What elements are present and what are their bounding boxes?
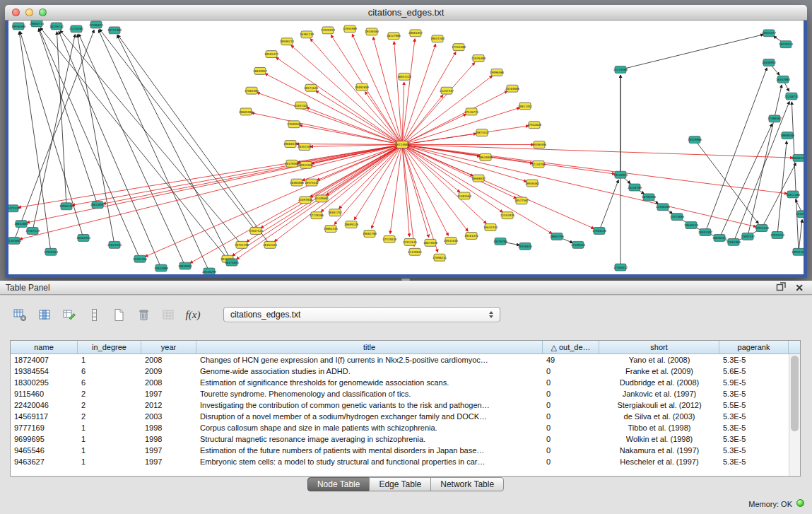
table-cell[interactable]: 22420046 [11, 401, 78, 409]
network-node[interactable]: 17554300 [452, 44, 466, 51]
table-row[interactable]: 969969511998Structural magnetic resonanc… [11, 433, 800, 445]
network-edge[interactable] [404, 146, 552, 234]
network-node[interactable]: 21100418 [571, 241, 586, 248]
network-edge[interactable] [237, 146, 400, 259]
network-edge[interactable] [57, 32, 66, 204]
network-node[interactable]: 19161372 [464, 232, 479, 239]
table-cell[interactable]: Genome-wide association studies in ADHD. [196, 367, 543, 375]
network-edge[interactable] [15, 30, 94, 238]
table-cell[interactable]: 1 [78, 457, 141, 466]
network-edge[interactable] [118, 35, 269, 243]
network-edge[interactable] [784, 82, 789, 91]
network-edge[interactable] [19, 32, 50, 250]
network-node[interactable]: 17652089 [154, 264, 169, 271]
network-node[interactable]: 19915430 [755, 225, 770, 232]
column-header[interactable]: name [11, 341, 78, 354]
network-node[interactable]: 18846501 [712, 234, 727, 241]
network-node[interactable]: 20301407 [698, 229, 713, 236]
network-node[interactable]: 22955989 [343, 25, 358, 33]
delete-icon[interactable] [135, 306, 152, 323]
table-cell[interactable]: 2008 [141, 378, 196, 387]
network-node[interactable]: 21248731 [784, 93, 799, 100]
table-cell[interactable]: 1997 [141, 390, 196, 398]
network-node[interactable]: 19752199 [235, 241, 249, 248]
table-cell[interactable]: Hescheler et al. (1997) [599, 457, 719, 466]
network-node[interactable]: 21449681 [314, 195, 329, 202]
table-cell[interactable]: Disruption of a novel member of a sodium… [196, 412, 543, 421]
network-edge[interactable] [117, 35, 231, 260]
table-cell[interactable]: 9777169 [11, 424, 78, 432]
table-cell[interactable]: 0 [543, 401, 599, 409]
table-cell[interactable]: 1997 [141, 446, 196, 455]
table-row[interactable]: 977716911998Corpus callosum shape and si… [11, 422, 800, 433]
network-edge[interactable] [405, 91, 507, 144]
network-node[interactable]: 16381239 [300, 31, 314, 38]
network-edge[interactable] [394, 42, 402, 142]
network-node[interactable]: 18163424 [263, 241, 278, 248]
table-selector-combobox[interactable]: citations_edges.txt [223, 307, 500, 322]
network-node[interactable]: 18724007 [395, 141, 410, 148]
network-edge[interactable] [20, 145, 399, 239]
network-node[interactable]: 17898211 [433, 254, 447, 261]
network-node[interactable]: 20556299 [202, 268, 217, 274]
table-row[interactable]: 1872400712008Changes of HCN gene express… [11, 354, 800, 366]
tab-edge-table[interactable]: Edge Table [369, 477, 431, 491]
network-node[interactable]: 17081983 [245, 87, 259, 94]
network-node[interactable]: 21382563 [457, 192, 472, 199]
table-cell[interactable]: de Silva et al. (2003) [599, 412, 719, 421]
table-cell[interactable]: 5.9E-5 [719, 378, 789, 387]
network-node[interactable]: 18839057 [253, 67, 268, 74]
network-edge[interactable] [402, 147, 409, 236]
table-cell[interactable]: 5.3E-5 [719, 390, 789, 398]
table-cell[interactable]: 1 [78, 446, 141, 455]
table-cell[interactable]: 0 [543, 446, 599, 455]
network-node[interactable]: 18668037 [471, 175, 486, 182]
table-mode-icon[interactable] [11, 306, 28, 323]
network-edge[interactable] [748, 85, 782, 234]
network-node[interactable]: 19996580 [490, 69, 505, 76]
table-cell[interactable]: 19384554 [11, 367, 78, 375]
network-edge[interactable] [404, 63, 475, 143]
network-edge[interactable] [405, 145, 756, 226]
table-cell[interactable]: 5.3E-5 [719, 412, 789, 421]
network-node[interactable]: 21912615 [403, 238, 418, 245]
edit-table-icon[interactable] [61, 306, 78, 323]
column-header[interactable]: title [196, 341, 543, 354]
close-panel-icon[interactable]: ✕ [795, 283, 804, 293]
column-header[interactable]: year [141, 341, 196, 354]
network-node[interactable]: 19933169 [792, 248, 804, 255]
network-node[interactable]: 17942828 [527, 122, 542, 129]
table-cell[interactable]: 2 [78, 390, 141, 398]
network-node[interactable]: 19915936 [299, 161, 314, 168]
network-edge[interactable] [706, 68, 767, 230]
network-node[interactable]: 17928364 [44, 248, 59, 255]
table-cell[interactable]: 5.3E-5 [719, 457, 789, 466]
table-cell[interactable]: 6 [78, 378, 141, 387]
network-node[interactable]: 21697838 [298, 197, 313, 204]
table-cell[interactable]: 1997 [141, 457, 196, 466]
network-node[interactable]: 16973442 [305, 179, 319, 186]
network-edge[interactable] [405, 145, 787, 194]
table-cell[interactable]: 5.6E-5 [719, 367, 789, 375]
table-cell[interactable]: 1 [78, 424, 141, 432]
table-cell[interactable]: 0 [543, 390, 599, 398]
network-node[interactable]: 18311108 [786, 191, 801, 198]
table-cell[interactable]: Estimation of significance thresholds fo… [196, 378, 543, 387]
network-edge[interactable] [252, 113, 399, 144]
tab-node-table[interactable]: Node Table [307, 477, 370, 491]
network-node[interactable]: 21081968 [726, 238, 741, 245]
network-node[interactable]: 20228789 [628, 184, 642, 191]
network-edge[interactable] [60, 30, 240, 243]
function-builder-icon[interactable]: f(x) [184, 306, 201, 323]
network-edge[interactable] [402, 147, 414, 246]
table-cell[interactable]: Nakamura et al. (1997) [599, 446, 719, 455]
column-header[interactable]: short [599, 341, 719, 354]
table-cell[interactable]: Corpus callosum shape and size in male p… [196, 424, 543, 432]
network-node[interactable]: 19430483 [365, 28, 379, 35]
table-cell[interactable]: Stergiakouli et al. (2012) [599, 401, 719, 409]
network-node[interactable]: 19847264 [430, 35, 445, 42]
network-node[interactable]: 19476706 [493, 238, 508, 245]
network-window-titlebar[interactable]: citations_edges.txt [5, 5, 807, 21]
minimize-window-button[interactable] [25, 8, 33, 16]
table-cell[interactable]: Jankovic et al. (1997) [599, 390, 719, 398]
